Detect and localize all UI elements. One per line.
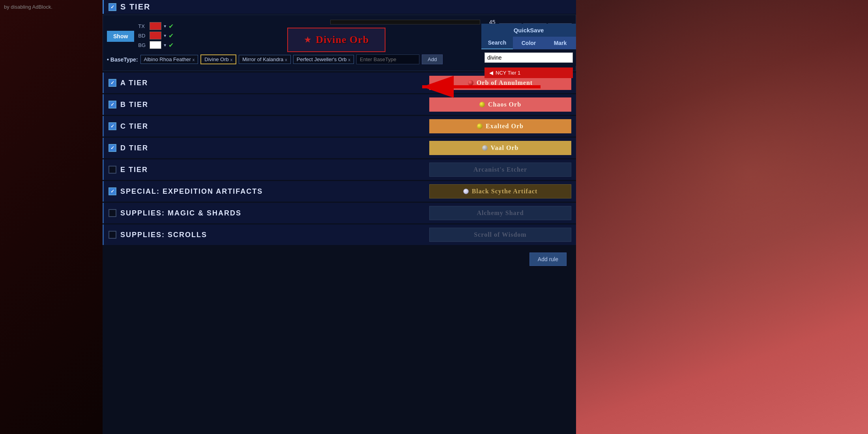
qs-search-input[interactable]	[485, 52, 573, 63]
d-checkbox-check: ✓	[110, 145, 114, 151]
black-scythe-dot	[463, 189, 469, 194]
c-tier-checkbox[interactable]: ✓	[108, 122, 116, 130]
qs-tab-mark[interactable]: Mark	[544, 37, 576, 49]
bd-label: BD	[138, 33, 148, 39]
basetype-input[interactable]	[356, 54, 419, 64]
bd-dropdown[interactable]: ▼	[163, 34, 167, 38]
preview-area: 45 ★ Divine Orb	[178, 19, 495, 52]
d-tier-item[interactable]: Vaal Orb	[429, 141, 571, 155]
sidebar-adblock-text: by disabling AdBlock.	[4, 4, 52, 10]
background-left	[0, 0, 103, 434]
add-rule-button[interactable]: Add rule	[529, 253, 567, 266]
special-tier-label: SPECIAL: EXPEDITION ARTIFACTS	[120, 187, 429, 196]
qs-tab-search[interactable]: Search	[481, 37, 513, 49]
basetype-mirror-remove[interactable]: x	[285, 57, 287, 62]
basetype-albino-text: Albino Rhoa Feather	[144, 56, 191, 62]
slider-row: 45	[178, 19, 495, 25]
basetype-divine-remove[interactable]: x	[230, 57, 233, 62]
c-tier-item-name: Exalted Orb	[486, 123, 524, 130]
supplies-scrolls-checkbox[interactable]	[108, 231, 116, 239]
e-tier-item[interactable]: Arcanist's Etcher	[429, 163, 571, 177]
a-checkbox-check: ✓	[110, 80, 114, 86]
e-tier-checkbox[interactable]	[108, 166, 116, 174]
basetype-label: • BaseType:	[107, 56, 138, 63]
s-tier-header[interactable]: ✓ S TIER	[103, 0, 576, 14]
checkbox-check: ✓	[110, 4, 114, 10]
d-tier-label: D TIER	[120, 144, 429, 152]
e-tier-label: E TIER	[120, 166, 429, 174]
divine-orb-star-icon: ★	[304, 35, 312, 45]
tx-row: TX ▼ ✔	[138, 22, 174, 30]
quicksave-header: QuickSave	[481, 24, 576, 37]
exalted-orb-dot	[477, 123, 483, 129]
c-tier-row[interactable]: ✓ C TIER Exalted Orb	[103, 116, 576, 137]
b-tier-checkbox[interactable]: ✓	[108, 101, 116, 108]
slider-bar[interactable]	[330, 20, 480, 24]
basetype-albino-remove[interactable]: x	[193, 57, 195, 62]
supplies-magic-checkbox[interactable]	[108, 209, 116, 217]
basetype-tag-divine[interactable]: Divine Orb x	[200, 54, 236, 64]
supplies-magic-item[interactable]: Alchemy Shard	[429, 206, 571, 220]
tx-swatch[interactable]	[150, 22, 161, 30]
divine-orb-display: ★ Divine Orb	[287, 28, 385, 52]
special-tier-row[interactable]: ✓ SPECIAL: EXPEDITION ARTIFACTS Black Sc…	[103, 181, 576, 202]
a-tier-label: A TIER	[120, 79, 429, 87]
supplies-scrolls-label: SUPPLIES: SCROLLS	[120, 231, 429, 239]
d-tier-item-name: Vaal Orb	[491, 144, 519, 152]
basetype-tag-jeweller[interactable]: Perfect Jeweller's Orb x	[293, 55, 354, 64]
basetype-tag-albino[interactable]: Albino Rhoa Feather x	[140, 55, 198, 64]
show-button[interactable]: Show	[107, 31, 134, 42]
basetype-jeweller-text: Perfect Jeweller's Orb	[297, 56, 347, 62]
supplies-magic-label: SUPPLIES: MAGIC & SHARDS	[120, 209, 429, 217]
supplies-scrolls-item[interactable]: Scroll of Wisdom	[429, 228, 571, 242]
bg-label: BG	[138, 42, 148, 48]
c-checkbox-check: ✓	[110, 123, 114, 129]
tx-label: TX	[138, 23, 148, 29]
tx-dropdown[interactable]: ▼	[163, 24, 167, 28]
e-tier-item-name: Arcanist's Etcher	[473, 166, 527, 173]
c-tier-label: C TIER	[120, 122, 429, 131]
basetype-mirror-text: Mirror of Kalandra	[242, 56, 283, 62]
special-tier-item[interactable]: Black Scythe Artifact	[429, 184, 571, 198]
special-tier-checkbox[interactable]: ✓	[108, 187, 116, 195]
basetype-divine-text: Divine Orb	[204, 56, 228, 62]
supplies-magic-row[interactable]: SUPPLIES: MAGIC & SHARDS Alchemy Shard	[103, 203, 576, 223]
adblock-label: by disabling AdBlock.	[4, 4, 52, 10]
b-tier-label: B TIER	[120, 101, 429, 109]
a-tier-checkbox[interactable]: ✓	[108, 79, 116, 87]
add-rule-container: Add rule	[103, 246, 576, 272]
bg-dropdown[interactable]: ▼	[163, 43, 167, 47]
c-tier-item[interactable]: Exalted Orb	[429, 119, 571, 133]
supplies-magic-item-name: Alchemy Shard	[477, 210, 524, 217]
d-tier-row[interactable]: ✓ D TIER Vaal Orb	[103, 138, 576, 158]
quicksave-tabs: Search Color Mark	[481, 37, 576, 49]
divine-orb-text: Divine Orb	[316, 34, 369, 46]
divine-orb-label: Divine Orb	[316, 34, 369, 45]
d-tier-checkbox[interactable]: ✓	[108, 144, 116, 152]
supplies-scrolls-item-name: Scroll of Wisdom	[474, 231, 526, 238]
s-tier-checkbox[interactable]: ✓	[108, 3, 116, 11]
red-arrow-container	[414, 63, 556, 112]
bd-check: ✔	[168, 32, 174, 39]
special-tier-item-name: Black Scythe Artifact	[472, 188, 538, 195]
tx-check: ✔	[168, 22, 174, 30]
bd-row: BD ▼ ✔	[138, 32, 174, 39]
basetype-tag-mirror[interactable]: Mirror of Kalandra x	[239, 55, 291, 64]
vaal-orb-dot	[482, 145, 488, 151]
bd-swatch[interactable]	[150, 32, 161, 39]
s-tier-label: S TIER	[120, 2, 150, 11]
basetype-jeweller-remove[interactable]: x	[348, 57, 351, 62]
red-arrow-svg	[414, 63, 556, 110]
qs-tab-color[interactable]: Color	[513, 37, 544, 49]
b-checkbox-check: ✓	[110, 102, 114, 107]
supplies-scrolls-row[interactable]: SUPPLIES: SCROLLS Scroll of Wisdom	[103, 224, 576, 245]
color-rows: TX ▼ ✔ BD ▼ ✔ BG ▼ ✔	[138, 22, 174, 49]
bg-swatch[interactable]	[150, 41, 161, 49]
bg-check: ✔	[168, 41, 174, 49]
special-checkbox-check: ✓	[110, 189, 114, 194]
bg-row: BG ▼ ✔	[138, 41, 174, 49]
e-tier-row[interactable]: E TIER Arcanist's Etcher	[103, 159, 576, 180]
